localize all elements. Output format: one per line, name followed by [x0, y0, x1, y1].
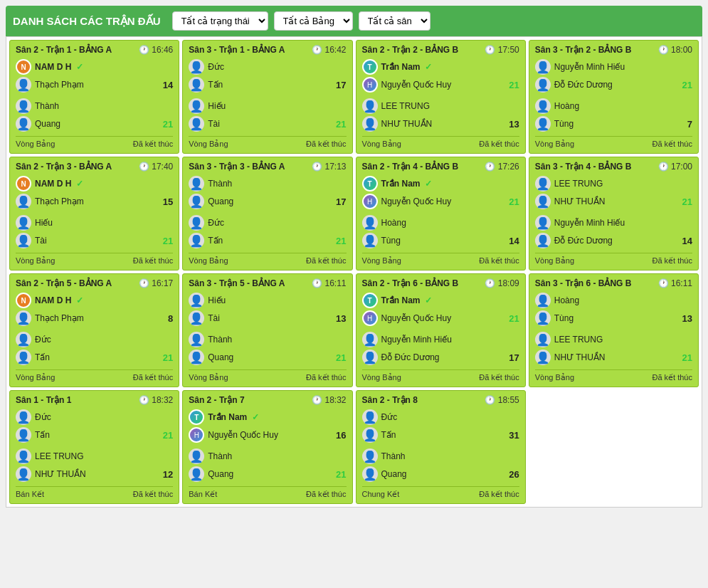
score: 21 — [332, 352, 347, 363]
avatar: N — [16, 176, 31, 191]
team-name: Quang — [208, 352, 332, 362]
match-title: Sân 3 - Trận 5 - BẢNG A — [189, 278, 285, 288]
team-row: 👤Nguyễn Minh Hiếu — [535, 215, 692, 231]
avatar: 👤 — [16, 427, 31, 443]
match-title: Sân 2 - Trận 3 - BẢNG A — [16, 162, 112, 172]
team-name: Đức — [35, 335, 173, 345]
avatar: 👤 — [189, 310, 204, 326]
score: 21 — [505, 80, 519, 90]
team-row: 👤Tấn31 — [362, 427, 519, 443]
match-card: Sân 3 - Trận 3 - BẢNG A🕐 17:13👤Thành👤Qua… — [182, 157, 352, 271]
filter-bang[interactable]: Tất cả Bảng — [274, 11, 353, 31]
match-title: Sân 2 - Trận 2 - BẢNG B — [362, 45, 459, 55]
team-name: Hoàng — [554, 101, 692, 111]
avatar: 👤 — [535, 77, 551, 93]
match-time: 🕐 18:32 — [312, 395, 346, 405]
team-name: Nguyễn Minh Hiếu — [381, 335, 519, 345]
match-status: Đã kết thúc — [306, 373, 347, 382]
team-name: Đức — [208, 218, 346, 228]
team-row: TTrần Nam ✓ — [362, 293, 519, 308]
team-name: Nguyễn Minh Hiếu — [554, 62, 692, 72]
match-footer: Chung KếtĐã kết thúc — [362, 486, 519, 499]
avatar: 👤 — [362, 350, 378, 365]
team-pair-1: NNAM D H ✓👤Thạch Phạm8 — [16, 293, 173, 326]
team-name: Thạch Phạm — [35, 80, 159, 90]
team-row: 👤Thạch Phạm8 — [16, 310, 173, 326]
match-stage: Vòng Bảng — [535, 140, 574, 149]
team-name: NAM D H ✓ — [35, 62, 173, 72]
match-status: Đã kết thúc — [133, 490, 174, 499]
match-card: Sân 1 - Trận 1🕐 18:32👤Đức👤Tấn21👤LEE TRUN… — [9, 390, 179, 504]
score: 31 — [505, 430, 519, 441]
avatar: 👤 — [189, 116, 204, 132]
team-name: LEE TRUNG — [35, 451, 173, 461]
team-name: Trần Nam ✓ — [381, 179, 519, 189]
team-pair-2: 👤Đức👤Tấn21 — [189, 215, 346, 248]
team-row: 👤Hoàng — [362, 215, 519, 231]
score: 21 — [159, 430, 173, 441]
avatar: 👤 — [362, 233, 378, 248]
avatar: H — [362, 194, 378, 209]
avatar: T — [362, 59, 378, 75]
team-name: NHƯ THUẦN — [554, 352, 678, 362]
match-card: Sân 3 - Trận 5 - BẢNG A🕐 16:11👤Hiếu👤Tài1… — [182, 273, 352, 387]
team-pair-1: NNAM D H ✓👤Thạch Phạm15 — [16, 176, 173, 209]
team-name: Đức — [208, 62, 346, 72]
match-card: Sân 2 - Trận 8🕐 18:55👤Đức👤Tấn31👤Thành👤Qu… — [356, 390, 526, 504]
match-stage: Vòng Bảng — [189, 373, 228, 382]
team-pair-2: 👤Thành👤Quang21 — [189, 448, 346, 482]
score: 26 — [505, 469, 519, 480]
team-name: Thành — [208, 179, 346, 189]
team-row: 👤Hoàng — [535, 98, 692, 114]
avatar: 👤 — [535, 194, 551, 209]
team-name: Thành — [208, 451, 346, 461]
team-row: 👤Tấn17 — [189, 77, 346, 93]
team-row: 👤Tấn21 — [16, 427, 173, 443]
team-row: 👤Thành — [189, 332, 346, 347]
team-row: NNAM D H ✓ — [16, 176, 173, 191]
avatar: 👤 — [535, 98, 551, 114]
score: 14 — [159, 80, 173, 90]
match-status: Đã kết thúc — [133, 373, 174, 382]
score: 17 — [505, 352, 519, 363]
team-row: 👤Thành — [362, 448, 519, 464]
avatar: H — [362, 77, 378, 93]
match-stage: Bán Kết — [189, 490, 217, 499]
team-pair-2: 👤Hiếu👤Tài21 — [16, 215, 173, 248]
team-row: 👤Nguyễn Minh Hiếu — [362, 332, 519, 347]
team-name: Tùng — [554, 119, 678, 129]
team-pair-1: 👤Hiếu👤Tài13 — [189, 293, 346, 326]
team-pair-2: 👤Thành👤Quang21 — [189, 332, 346, 365]
team-row: 👤Đỗ Đức Dương17 — [362, 350, 519, 365]
avatar: 👤 — [189, 233, 204, 248]
avatar: 👤 — [189, 176, 204, 191]
match-card: Sân 2 - Trận 6 - BẢNG B🕐 18:09TTrần Nam … — [356, 273, 526, 387]
team-row: 👤Tài21 — [189, 116, 346, 132]
team-row: HNguyễn Quốc Huy16 — [189, 427, 346, 443]
team-pair-2: 👤LEE TRUNG👤NHƯ THUẦN13 — [362, 98, 519, 132]
avatar: H — [189, 427, 204, 443]
team-row: 👤Đức — [362, 409, 519, 425]
team-name: Tấn — [35, 430, 159, 440]
team-name: Nguyễn Quốc Huy — [381, 196, 505, 206]
filter-san[interactable]: Tất cả sân — [359, 11, 430, 31]
match-card: Sân 2 - Trận 7🕐 18:32TTrần Nam ✓HNguyễn … — [182, 390, 352, 504]
team-row: 👤NHƯ THUẦN12 — [16, 466, 173, 482]
filter-status[interactable]: Tất cả trạng thái — [172, 11, 268, 31]
avatar: 👤 — [16, 310, 31, 326]
avatar: 👤 — [16, 409, 31, 425]
team-row: NNAM D H ✓ — [16, 293, 173, 308]
score: 8 — [159, 313, 173, 324]
team-name: Đức — [35, 412, 173, 422]
score: 12 — [159, 469, 173, 480]
team-pair-1: 👤Đức👤Tấn31 — [362, 409, 519, 443]
match-footer: Vòng BảngĐã kết thúc — [16, 369, 173, 382]
match-footer: Vòng BảngĐã kết thúc — [535, 136, 692, 149]
match-footer: Vòng BảngĐã kết thúc — [535, 369, 692, 382]
match-footer: Vòng BảngĐã kết thúc — [535, 253, 692, 266]
match-time: 🕐 18:32 — [139, 395, 173, 405]
avatar: 👤 — [189, 98, 204, 114]
match-status: Đã kết thúc — [306, 140, 347, 149]
avatar: 👤 — [189, 350, 204, 365]
team-row: 👤Tấn21 — [189, 233, 346, 248]
